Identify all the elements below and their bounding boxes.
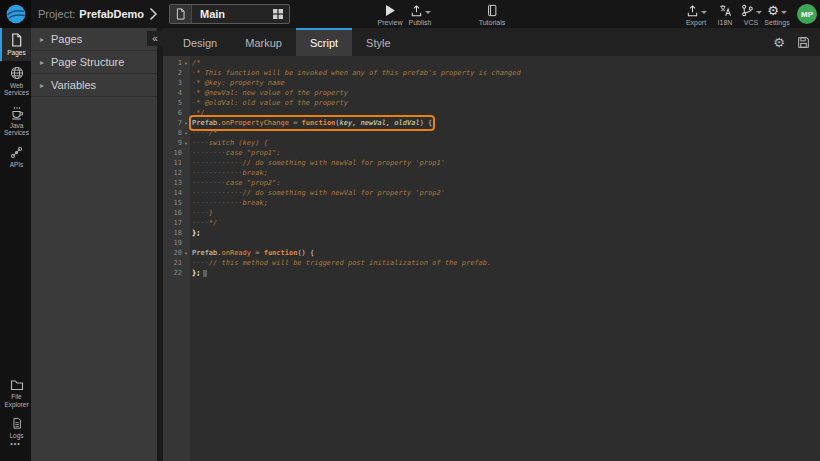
code-line-5[interactable]: 5·* @oldVal: old value of the property	[163, 98, 820, 108]
tab-markup[interactable]: Markup	[231, 28, 296, 56]
code-line-20[interactable]: 20▾Prefab.onReady = function() {	[163, 248, 820, 258]
main-area: DesignMarkupScriptStyle ⚙ 1▾/*2·* This f…	[163, 28, 820, 461]
code-line-6[interactable]: 6·*/	[163, 108, 820, 118]
code-line-12[interactable]: 12············break;	[163, 168, 820, 178]
token: break;	[243, 169, 268, 177]
line-number: 7	[163, 118, 182, 128]
code-text: };	[190, 268, 207, 278]
fold-marker-icon[interactable]: ▾	[182, 128, 190, 138]
pages-icon	[10, 33, 23, 47]
user-avatar[interactable]: MP	[797, 4, 817, 24]
fold-spacer	[182, 198, 190, 208]
logs-icon	[11, 417, 23, 430]
code-text: ·*/	[190, 108, 205, 118]
code-line-3[interactable]: 3·* @key: property name	[163, 78, 820, 88]
code-line-19[interactable]: 19	[163, 238, 820, 248]
line-number: 17	[163, 218, 182, 228]
code-line-8[interactable]: 8▾····/*	[163, 128, 820, 138]
code-line-1[interactable]: 1▾/*	[163, 58, 820, 68]
file-explorer-label: File Explorer	[2, 393, 31, 408]
line-number: 18	[163, 228, 182, 238]
code-line-11[interactable]: 11············// do something with newVa…	[163, 158, 820, 168]
sidebar-item-pages[interactable]: Pages	[0, 28, 31, 61]
settings-label: Settings	[764, 19, 789, 26]
fold-marker-icon[interactable]: ▾	[182, 248, 190, 258]
token: function	[302, 119, 336, 127]
expand-triangle-icon: ▸	[40, 35, 44, 44]
whitespace-dots: ····	[192, 259, 209, 267]
code-line-22[interactable]: 22};	[163, 268, 820, 278]
whitespace-dots: ············	[192, 169, 243, 177]
code-content: ····/*	[192, 128, 217, 138]
save-button[interactable]	[797, 36, 810, 49]
fold-marker-icon[interactable]: ▾	[182, 138, 190, 148]
token: /*	[192, 59, 200, 67]
apis-label: APIs	[10, 161, 24, 169]
code-content: };	[192, 228, 200, 238]
code-content: Prefab.onPropertyChange = function(key, …	[192, 118, 432, 128]
fold-spacer	[182, 188, 190, 198]
token: onPropertyChange	[222, 119, 289, 127]
code-content: ············// do something with newVal …	[192, 158, 445, 168]
fold-spacer	[182, 208, 190, 218]
sidebar-item-web-services[interactable]: Web Services	[0, 61, 31, 101]
sidebar-item-apis[interactable]: APIs	[0, 141, 31, 173]
grid-icon[interactable]	[267, 9, 289, 19]
script-settings-button[interactable]: ⚙	[773, 36, 785, 49]
file-explorer-icon	[10, 379, 24, 391]
fold-spacer	[182, 238, 190, 248]
code-text: ····}	[190, 208, 213, 218]
script-editor[interactable]: 1▾/*2·* This function will be invoked wh…	[163, 56, 820, 461]
code-line-14[interactable]: 14············// do something with newVa…	[163, 188, 820, 198]
more-options-icon[interactable]: •••	[0, 440, 31, 447]
sidebar-item-file-explorer[interactable]: File Explorer	[0, 374, 31, 412]
code-line-16[interactable]: 16····}	[163, 208, 820, 218]
vcs-icon	[741, 4, 754, 17]
code-line-9[interactable]: 9▾····switch (key) {	[163, 138, 820, 148]
code-line-2[interactable]: 2·* This function will be invoked when a…	[163, 68, 820, 78]
tab-script[interactable]: Script	[296, 28, 352, 56]
code-line-15[interactable]: 15············break;	[163, 198, 820, 208]
tab-style[interactable]: Style	[352, 28, 404, 56]
sidebar-item-logs[interactable]: Logs	[0, 412, 31, 444]
fold-marker-icon[interactable]: ▾	[182, 58, 190, 68]
wavemaker-logo[interactable]	[0, 0, 31, 28]
accordion-variables[interactable]: ▸Variables	[31, 74, 157, 97]
pages-panel: ▸Pages▸Page Structure▸Variables	[31, 28, 157, 461]
token: break;	[243, 199, 268, 207]
whitespace-dots: ········	[192, 179, 226, 187]
code-line-4[interactable]: 4·* @newVal: new value of the property	[163, 88, 820, 98]
code-line-21[interactable]: 21····// this method will be triggered p…	[163, 258, 820, 268]
code-line-18[interactable]: 18};	[163, 228, 820, 238]
i18n-label: I18N	[718, 19, 733, 26]
token: ) {	[420, 119, 433, 127]
accordion-page-structure[interactable]: ▸Page Structure	[31, 51, 157, 74]
gear-icon: ⚙	[773, 36, 785, 49]
fold-spacer	[182, 228, 190, 238]
code-line-10[interactable]: 10········case "prop1":	[163, 148, 820, 158]
code-content: ····}	[192, 208, 213, 218]
sidebar-item-java-services[interactable]: Java Services	[0, 101, 31, 141]
export-caret-icon	[701, 11, 707, 14]
tab-design[interactable]: Design	[169, 28, 231, 56]
code-text: ············break;	[190, 198, 268, 208]
line-number: 1	[163, 58, 182, 68]
code-line-7[interactable]: 7▾Prefab.onPropertyChange = function(key…	[163, 118, 820, 128]
page-switcher[interactable]: Main	[169, 4, 290, 24]
code-text: ·* @newVal: new value of the property	[190, 88, 348, 98]
code-text: Prefab.onReady = function() {	[190, 248, 314, 258]
rail-bottom-group: File ExplorerLogs	[0, 374, 31, 444]
code-content: ····// this method will be triggered pos…	[192, 258, 491, 268]
code-line-17[interactable]: 17····*/	[163, 218, 820, 228]
publish-icon	[410, 4, 423, 17]
code-text	[190, 238, 192, 248]
panel-collapse-button[interactable]: «	[147, 31, 163, 46]
tutorials-button[interactable]: Tutorials	[474, 3, 510, 26]
breadcrumb-chevron-icon[interactable]	[149, 7, 158, 21]
publish-button[interactable]: Publish	[402, 3, 438, 26]
code-line-13[interactable]: 13········case "prop2":	[163, 178, 820, 188]
line-number: 5	[163, 98, 182, 108]
settings-button[interactable]: ⚙Settings	[759, 3, 795, 26]
fold-marker-icon[interactable]: ▾	[182, 118, 190, 128]
accordion-pages[interactable]: ▸Pages	[31, 28, 157, 51]
